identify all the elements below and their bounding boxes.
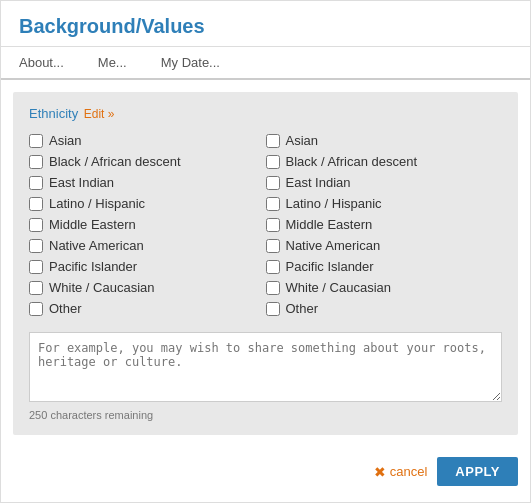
- checkbox-columns: Asian Black / African descent East India…: [29, 133, 502, 322]
- page-wrapper: Background/Values About... Me... My Date…: [0, 0, 531, 503]
- middle-eastern-right-checkbox[interactable]: [266, 218, 280, 232]
- middle-eastern-left-checkbox[interactable]: [29, 218, 43, 232]
- list-item: Middle Eastern: [29, 217, 266, 232]
- other-right-label[interactable]: Other: [286, 301, 319, 316]
- textarea-wrapper: 250 characters remaining: [29, 332, 502, 421]
- native-american-left-label[interactable]: Native American: [49, 238, 144, 253]
- ethnicity-edit-link[interactable]: Edit »: [84, 107, 115, 121]
- latino-right-label[interactable]: Latino / Hispanic: [286, 196, 382, 211]
- white-right-label[interactable]: White / Caucasian: [286, 280, 392, 295]
- asian-left-label[interactable]: Asian: [49, 133, 82, 148]
- white-left-label[interactable]: White / Caucasian: [49, 280, 155, 295]
- list-item: Latino / Hispanic: [266, 196, 503, 211]
- page-header: Background/Values: [1, 1, 530, 47]
- list-item: Black / African descent: [266, 154, 503, 169]
- east-indian-left-checkbox[interactable]: [29, 176, 43, 190]
- other-left-label[interactable]: Other: [49, 301, 82, 316]
- left-column: Asian Black / African descent East India…: [29, 133, 266, 322]
- east-indian-left-label[interactable]: East Indian: [49, 175, 114, 190]
- list-item: Asian: [29, 133, 266, 148]
- black-left-label[interactable]: Black / African descent: [49, 154, 181, 169]
- pacific-islander-left-checkbox[interactable]: [29, 260, 43, 274]
- asian-right-label[interactable]: Asian: [286, 133, 319, 148]
- list-item: East Indian: [29, 175, 266, 190]
- list-item: Other: [29, 301, 266, 316]
- latino-left-checkbox[interactable]: [29, 197, 43, 211]
- list-item: Latino / Hispanic: [29, 196, 266, 211]
- list-item: White / Caucasian: [29, 280, 266, 295]
- pacific-islander-right-checkbox[interactable]: [266, 260, 280, 274]
- action-bar: ✖ cancel APPLY: [1, 447, 530, 496]
- pacific-islander-left-label[interactable]: Pacific Islander: [49, 259, 137, 274]
- page-title: Background/Values: [19, 15, 512, 38]
- right-column: Asian Black / African descent East India…: [266, 133, 503, 322]
- list-item: Native American: [29, 238, 266, 253]
- middle-eastern-right-label[interactable]: Middle Eastern: [286, 217, 373, 232]
- white-left-checkbox[interactable]: [29, 281, 43, 295]
- list-item: Other: [266, 301, 503, 316]
- tab-bar: About... Me... My Date...: [1, 47, 530, 80]
- native-american-right-label[interactable]: Native American: [286, 238, 381, 253]
- ethnicity-textarea[interactable]: [29, 332, 502, 402]
- east-indian-right-checkbox[interactable]: [266, 176, 280, 190]
- list-item: Pacific Islander: [29, 259, 266, 274]
- ethnicity-label-text: Ethnicity: [29, 106, 78, 121]
- cancel-button[interactable]: ✖ cancel: [374, 464, 428, 480]
- black-right-checkbox[interactable]: [266, 155, 280, 169]
- tab-my-date[interactable]: My Date...: [161, 47, 234, 78]
- other-right-checkbox[interactable]: [266, 302, 280, 316]
- native-american-left-checkbox[interactable]: [29, 239, 43, 253]
- asian-right-checkbox[interactable]: [266, 134, 280, 148]
- list-item: Black / African descent: [29, 154, 266, 169]
- list-item: East Indian: [266, 175, 503, 190]
- tab-about[interactable]: About...: [19, 47, 78, 78]
- ethnicity-label-row: Ethnicity Edit »: [29, 106, 502, 121]
- white-right-checkbox[interactable]: [266, 281, 280, 295]
- list-item: Asian: [266, 133, 503, 148]
- content-area: Ethnicity Edit » Asian Black / African d…: [13, 92, 518, 435]
- char-count: 250 characters remaining: [29, 409, 502, 421]
- east-indian-right-label[interactable]: East Indian: [286, 175, 351, 190]
- list-item: White / Caucasian: [266, 280, 503, 295]
- black-left-checkbox[interactable]: [29, 155, 43, 169]
- latino-right-checkbox[interactable]: [266, 197, 280, 211]
- native-american-right-checkbox[interactable]: [266, 239, 280, 253]
- apply-button[interactable]: APPLY: [437, 457, 518, 486]
- list-item: Pacific Islander: [266, 259, 503, 274]
- other-left-checkbox[interactable]: [29, 302, 43, 316]
- list-item: Native American: [266, 238, 503, 253]
- tab-me[interactable]: Me...: [98, 47, 141, 78]
- middle-eastern-left-label[interactable]: Middle Eastern: [49, 217, 136, 232]
- latino-left-label[interactable]: Latino / Hispanic: [49, 196, 145, 211]
- cancel-icon: ✖: [374, 464, 386, 480]
- pacific-islander-right-label[interactable]: Pacific Islander: [286, 259, 374, 274]
- asian-left-checkbox[interactable]: [29, 134, 43, 148]
- cancel-label: cancel: [390, 464, 428, 479]
- list-item: Middle Eastern: [266, 217, 503, 232]
- black-right-label[interactable]: Black / African descent: [286, 154, 418, 169]
